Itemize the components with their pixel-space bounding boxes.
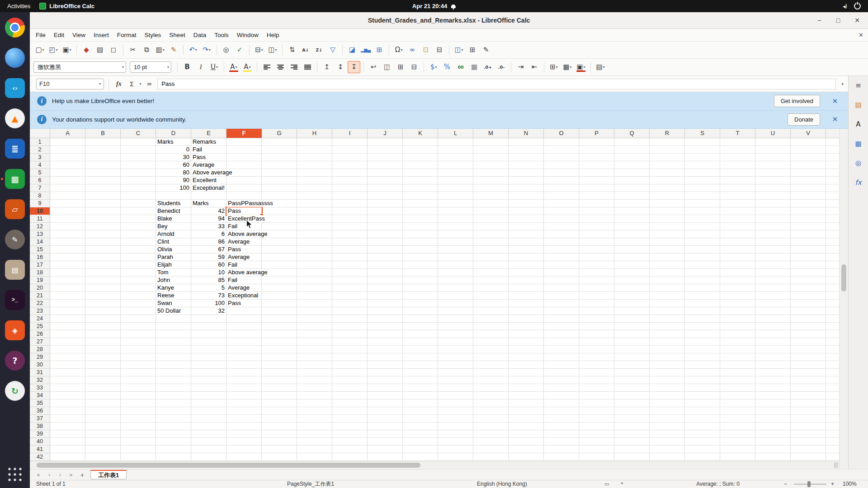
menu-styles[interactable]: Styles — [141, 30, 165, 40]
row-header-24[interactable]: 24 — [30, 315, 50, 323]
cell-E20[interactable]: 5 — [191, 284, 226, 291]
last-sheet-button[interactable]: » — [68, 471, 74, 478]
row-header-1[interactable]: 1 — [30, 138, 50, 146]
menu-format[interactable]: Format — [113, 30, 141, 40]
row-header-29[interactable]: 29 — [30, 353, 50, 361]
redo-button[interactable]: ↷▾ — [200, 44, 213, 56]
borders-dropdown-arrow-icon[interactable]: ▾ — [556, 65, 558, 69]
autofilter-button[interactable]: ▽ — [326, 44, 339, 56]
sidebar-styles-button[interactable]: A — [852, 117, 865, 131]
insert-special-character-dropdown-arrow-icon[interactable]: ▾ — [401, 48, 402, 52]
add-sheet-button[interactable]: + — [79, 471, 86, 479]
dock-item-libreoffice-impress[interactable]: ▱ — [5, 199, 25, 219]
expand-formula-bar-icon[interactable]: ▾ — [839, 82, 844, 86]
column-header-R[interactable]: R — [650, 129, 685, 138]
column-dropdown-arrow-icon[interactable]: ▾ — [275, 48, 277, 52]
column-header-A[interactable]: A — [50, 129, 85, 138]
row-header-30[interactable]: 30 — [30, 361, 50, 369]
row-header-6[interactable]: 6 — [30, 177, 50, 184]
cell-F18[interactable]: Above average — [226, 269, 267, 276]
font-name-dropdown-arrow-icon[interactable]: ▾ — [122, 65, 124, 69]
zoom-level[interactable]: 100% — [843, 480, 857, 488]
row-header-36[interactable]: 36 — [30, 407, 50, 415]
zoom-in-button[interactable]: + — [831, 480, 834, 488]
cell-E4[interactable]: Average — [191, 161, 214, 169]
show-draw-functions-button[interactable]: ✎ — [480, 44, 492, 56]
select-function-button[interactable]: Σ — [127, 80, 137, 88]
column-header-F[interactable]: F — [226, 129, 262, 138]
system-status-area[interactable]: ◂) — [843, 0, 868, 12]
cell-E9[interactable]: Marks — [191, 200, 208, 207]
spelling-button[interactable]: ✓ — [233, 44, 246, 56]
cell-D3[interactable]: 30 — [156, 154, 191, 161]
add-decimal-place-button[interactable]: .0+ — [481, 61, 494, 73]
row-header-26[interactable]: 26 — [30, 330, 50, 338]
cell-F16[interactable]: Average — [226, 253, 250, 261]
cell-E13[interactable]: 6 — [191, 230, 226, 238]
row-header-27[interactable]: 27 — [30, 338, 50, 346]
menu-file[interactable]: File — [32, 30, 50, 40]
dock-item-firefox[interactable] — [5, 48, 25, 68]
format-as-date-button[interactable]: ▦ — [468, 61, 481, 73]
column-header-C[interactable]: C — [121, 129, 156, 138]
menu-window[interactable]: Window — [233, 30, 263, 40]
cell-F10[interactable]: Pass — [226, 207, 241, 215]
decrease-indent-button[interactable]: ⇤ — [528, 61, 541, 73]
align-right-button[interactable] — [288, 61, 300, 73]
function-wizard-button[interactable]: fx — [113, 80, 124, 88]
row-header-28[interactable]: 28 — [30, 346, 50, 353]
column-header-K[interactable]: K — [403, 129, 438, 138]
menu-tools[interactable]: Tools — [210, 30, 233, 40]
dock-item-terminal[interactable]: >_ — [5, 290, 25, 310]
cell-E11[interactable]: 94 — [191, 215, 226, 222]
get-involved-button[interactable]: Get involved — [774, 95, 820, 107]
insert-hyperlink-button[interactable]: ∞ — [406, 44, 419, 56]
row-header-13[interactable]: 13 — [30, 230, 50, 238]
activities-button[interactable]: Activities — [7, 3, 30, 9]
border-style-button[interactable]: ▦▾ — [561, 61, 574, 73]
page-style[interactable]: PageStyle_工作表1 — [287, 480, 334, 488]
cell-D2[interactable]: 0 — [156, 146, 191, 153]
menu-sheet[interactable]: Sheet — [165, 30, 189, 40]
column-header-D[interactable]: D — [156, 129, 191, 138]
dock-item-gimp[interactable]: ✎ — [5, 230, 25, 249]
name-box[interactable]: F10 ▾ — [36, 79, 104, 89]
row-header-12[interactable]: 12 — [30, 223, 50, 230]
column-header-V[interactable]: V — [791, 129, 826, 138]
cell-E16[interactable]: 59 — [191, 253, 226, 261]
print-button[interactable]: ▤ — [94, 44, 106, 56]
open-file-button[interactable]: ◰▾ — [47, 44, 60, 56]
cell-F21[interactable]: Exceptional — [226, 292, 258, 299]
horizontal-scrollbar[interactable] — [30, 461, 839, 469]
row-header-21[interactable]: 21 — [30, 292, 50, 300]
clock-menu[interactable]: Apr 21 20:44 — [412, 0, 456, 12]
cell-F20[interactable]: Average — [226, 284, 250, 291]
dock-item-ubuntu-software[interactable]: ◈ — [5, 320, 25, 340]
insert-chart-button[interactable]: ▂▆▄ — [359, 44, 372, 56]
column-header-S[interactable]: S — [685, 129, 720, 138]
undo-button[interactable]: ↶▾ — [187, 44, 199, 56]
dock-item-help[interactable]: ? — [5, 351, 25, 371]
row-header-37[interactable]: 37 — [30, 415, 50, 422]
row-button[interactable]: ⊟▾ — [253, 44, 265, 56]
cell-D17[interactable]: Elijah — [156, 261, 172, 268]
cell-E3[interactable]: Pass — [191, 154, 206, 161]
first-sheet-button[interactable]: « — [35, 471, 42, 478]
cell-E15[interactable]: 67 — [191, 246, 226, 253]
sidebar-gallery-button[interactable]: ▦ — [852, 137, 865, 150]
column-header-H[interactable]: H — [297, 129, 332, 138]
cell-D21[interactable]: Reese — [156, 292, 175, 299]
zoom-slider[interactable] — [794, 483, 826, 485]
align-left-button[interactable] — [260, 61, 273, 73]
font-size-combobox[interactable]: 10 pt ▾ — [130, 61, 171, 73]
formula-button[interactable]: = — [144, 80, 155, 88]
export-as-pdf-button[interactable]: ◆ — [80, 44, 93, 56]
menu-insert[interactable]: Insert — [90, 30, 113, 40]
cell-F19[interactable]: Fail — [226, 277, 237, 284]
dock-item-software-updater[interactable]: ↻ — [5, 381, 25, 401]
cell-E19[interactable]: 85 — [191, 277, 226, 284]
row-header-15[interactable]: 15 — [30, 246, 50, 253]
window-titlebar[interactable]: Student_Grades_and_Remarks.xlsx - LibreO… — [30, 12, 868, 29]
cell-F15[interactable]: Pass — [226, 246, 241, 253]
donate-button[interactable]: Donate — [788, 113, 820, 126]
